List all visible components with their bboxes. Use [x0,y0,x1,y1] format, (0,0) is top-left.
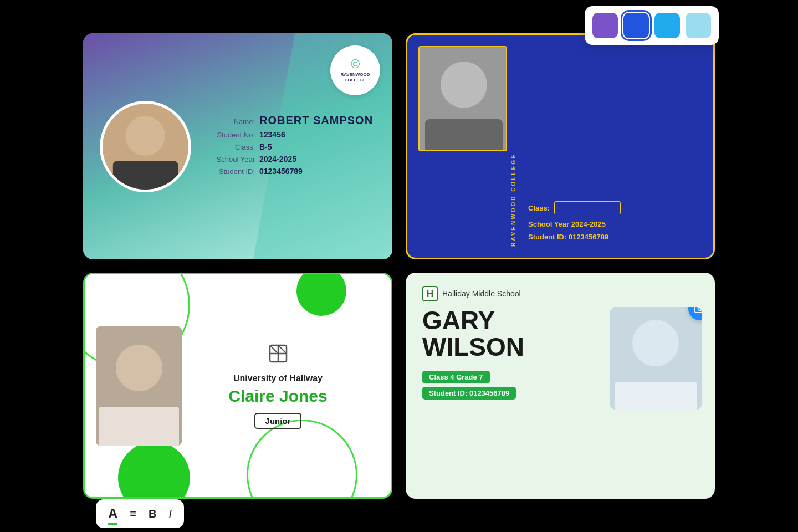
color-swatch-blue[interactable] [623,13,649,38]
card4-student-name: GARY WILSON [422,307,599,361]
card2-inner: RAVENWOOD COLLEGE Class: School Year 202… [418,46,702,247]
card3-circle3 [118,442,190,497]
card4-body: GARY WILSON Class 4 Grade 7 Student ID: … [422,307,702,485]
card3-photo [96,326,182,446]
card-ravenwood-gradient: © RAVENWOODCOLLEGE Name: ROBERT SAMPSON … [83,33,392,259]
card2-side-text: RAVENWOOD COLLEGE [507,46,520,247]
card4-header: H Halliday Middle School [422,286,702,301]
svg-point-1 [125,116,165,155]
svg-rect-2 [113,161,178,190]
student-id-label: Student ID: [208,167,255,176]
university-logo-icon [267,342,289,369]
logo-text: RAVENWOODCOLLEGE [340,72,370,83]
card4-student-id-tag: Student ID: 0123456789 [422,387,516,400]
main-grid: © RAVENWOODCOLLEGE Name: ROBERT SAMPSON … [83,33,715,499]
card3-content: University of Hallway Claire Jones Junio… [182,337,374,434]
color-swatch-purple[interactable] [592,13,618,38]
bold-button[interactable]: B [149,508,156,520]
school-year-label: School Year [208,155,255,163]
class-label: Class: [208,143,255,151]
name-row: Name: ROBERT SAMPSON [208,114,376,127]
ravenwood-logo: © RAVENWOODCOLLEGE [330,45,380,95]
color-swatch-cyan[interactable] [654,13,680,38]
student-no-value: 123456 [259,130,285,139]
name-value: ROBERT SAMPSON [259,114,373,127]
card2-person [420,47,506,150]
font-color-button[interactable]: A [108,506,117,521]
svg-point-15 [698,307,702,311]
student-no-label: Student No. [208,131,255,139]
text-toolbar[interactable]: A ≡ B I [96,499,184,528]
align-button[interactable]: ≡ [130,508,136,520]
card-university-hallway: University of Hallway Claire Jones Junio… [83,273,392,499]
school-year-row: School Year 2024-2025 [208,155,376,163]
student-id-value: 0123456789 [259,167,303,176]
card2-student-id: Student ID: 0123456789 [528,233,702,241]
card-ravenwood-blue: RAVENWOOD COLLEGE Class: School Year 202… [406,33,715,259]
halliday-logo: H [422,286,438,301]
color-picker[interactable] [585,6,719,45]
svg-rect-5 [425,119,503,151]
card4-class-tag: Class 4 Grade 7 [422,371,490,383]
card2-content: Class: School Year 2024-2025 Student ID:… [520,46,702,247]
student-no-row: Student No. 123456 [208,130,376,139]
card3-university-name: University of Hallway [233,374,323,383]
color-swatch-light-blue[interactable] [686,13,711,38]
class-value: B-5 [259,142,272,151]
svg-point-18 [632,320,679,366]
card1-photo [100,101,191,192]
svg-point-7 [116,345,162,391]
svg-rect-8 [99,407,179,446]
card2-class-row: Class: [528,201,702,214]
card1-info: Name: ROBERT SAMPSON Student No. 123456 … [208,114,376,179]
card2-photo [418,46,507,151]
svg-line-13 [278,345,287,354]
card2-class-label: Class: [528,204,550,212]
card4-photo [610,307,702,410]
card3-circle4 [296,274,346,316]
student-id-row: Student ID: 0123456789 [208,167,376,176]
school-year-value: 2024-2025 [259,155,296,163]
card3-year-badge: Junior [254,413,302,429]
card2-school-year: School Year 2024-2025 [528,220,702,228]
italic-button[interactable]: I [168,508,172,520]
name-label: Name: [208,117,255,126]
card-halliday: H Halliday Middle School GARY WILSON Cla… [406,273,715,499]
svg-rect-19 [615,382,697,410]
class-row: Class: B-5 [208,142,376,151]
card2-class-input[interactable] [554,201,621,214]
svg-line-12 [270,345,278,354]
logo-icon: © [351,58,360,70]
svg-point-4 [441,62,487,108]
card4-text: GARY WILSON Class 4 Grade 7 Student ID: … [422,307,599,403]
card4-school-name: Halliday Middle School [442,289,521,298]
card1-photo-wrapper [100,101,191,192]
card3-student-name: Claire Jones [228,387,327,405]
